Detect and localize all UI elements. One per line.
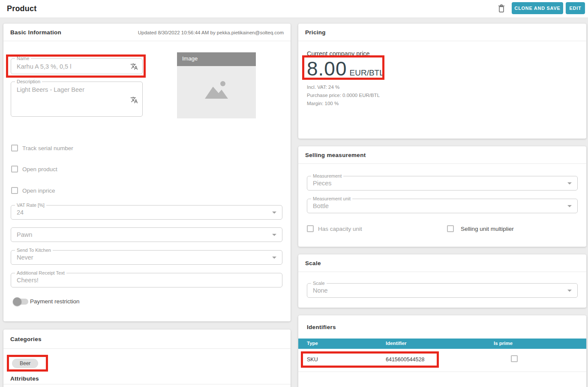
payment-restriction-toggle[interactable] xyxy=(14,299,28,305)
scale-title: Scale xyxy=(305,260,321,266)
payment-restriction-label: Payment restriction xyxy=(30,298,80,305)
open-inprice-label: Open inprice xyxy=(22,187,55,194)
measurement-select[interactable]: Measurement Pieces xyxy=(307,176,578,190)
translate-icon[interactable] xyxy=(130,63,138,70)
chevron-down-icon xyxy=(567,205,572,207)
chevron-down-icon xyxy=(567,182,572,184)
top-bar: Product CLONE AND SAVE EDIT xyxy=(0,0,588,18)
divider xyxy=(298,372,586,372)
name-field-label: Name xyxy=(15,56,31,61)
column-header-is-prime: Is prime xyxy=(494,341,513,346)
price-unit: EUR/BTL xyxy=(350,68,384,78)
divider xyxy=(3,384,291,384)
identifiers-title: Identifiers xyxy=(307,324,336,330)
edit-button[interactable]: EDIT xyxy=(566,2,585,14)
name-field[interactable]: Name Karhu A 5,3 %, 0,5 l xyxy=(11,58,143,74)
vat-rate-label: VAT Rate [%] xyxy=(15,203,46,208)
identifiers-table-header: Type Identifier Is prime xyxy=(298,339,586,349)
categories-card: Categories Beer Attributes xyxy=(3,330,291,387)
identifiers-card: Identifiers Type Identifier Is prime SKU… xyxy=(298,315,586,387)
additional-receipt-text-value: Cheers! xyxy=(17,277,39,284)
send-to-kitchen-select[interactable]: Send To Kitchen Never xyxy=(11,250,282,265)
incl-vat-text: Incl. VAT: 24 % xyxy=(307,85,339,90)
delete-button[interactable] xyxy=(496,4,507,14)
identifier-type-cell: SKU xyxy=(307,357,318,363)
description-field-value: Light Beers - Lager Beer xyxy=(17,86,84,93)
image-placeholder-icon xyxy=(201,78,231,103)
categories-title: Categories xyxy=(10,336,42,342)
measurement-unit-value: Bottle xyxy=(313,203,329,209)
description-field[interactable]: Description Light Beers - Lager Beer xyxy=(11,82,143,117)
scale-field-value: None xyxy=(313,287,328,294)
chevron-down-icon xyxy=(272,234,276,236)
measurement-value: Pieces xyxy=(313,180,332,187)
additional-receipt-text-label: Additional Receipt Text xyxy=(15,270,66,275)
basic-information-card: Basic Information Updated 8/30/2022 10:5… xyxy=(3,24,291,321)
clone-and-save-button[interactable]: CLONE AND SAVE xyxy=(512,2,563,14)
selling-measurement-title: Selling measurement xyxy=(305,152,366,158)
pricing-header: Pricing xyxy=(298,24,586,41)
is-prime-checkbox[interactable] xyxy=(511,355,518,362)
toggle-thumb xyxy=(13,297,21,306)
send-to-kitchen-label: Send To Kitchen xyxy=(15,248,53,253)
measurement-unit-label: Measurement unit xyxy=(311,196,352,201)
column-header-identifier: Identifier xyxy=(386,341,407,346)
purchase-price-text: Purchase price: 0.0000 EUR/BTL xyxy=(307,93,380,98)
name-field-value: Karhu A 5,3 %, 0,5 l xyxy=(17,63,71,70)
has-capacity-unit-checkbox[interactable] xyxy=(307,225,314,232)
pricing-card: Pricing Current company price 8.00 EUR/B… xyxy=(298,24,586,139)
attributes-title: Attributes xyxy=(10,375,39,382)
chevron-down-icon xyxy=(272,212,276,214)
margin-text: Margin: 100 % xyxy=(307,101,339,106)
divider xyxy=(3,348,291,349)
pawn-value: Pawn xyxy=(17,231,32,238)
scale-select[interactable]: Scale None xyxy=(307,283,578,298)
basic-information-title: Basic Information xyxy=(10,29,61,36)
open-product-checkbox[interactable] xyxy=(11,166,18,172)
trash-icon xyxy=(497,8,506,15)
image-panel-header: Image xyxy=(177,52,256,66)
current-company-price-label: Current company price xyxy=(307,50,370,57)
selling-measurement-header: Selling measurement xyxy=(298,146,586,164)
identifier-value-cell: 6415600544528 xyxy=(386,357,424,363)
description-field-label: Description xyxy=(15,79,42,84)
translate-icon[interactable] xyxy=(130,96,138,104)
updated-text: Updated 8/30/2022 10:56:44 AM by pekka.p… xyxy=(138,30,284,35)
selling-unit-multiplier-label: Selling unit multiplier xyxy=(461,226,514,232)
price-value: 8.00 xyxy=(307,59,347,79)
image-panel[interactable]: Image xyxy=(177,52,256,118)
track-serial-number-checkbox[interactable] xyxy=(11,145,18,151)
current-price: 8.00 EUR/BTL xyxy=(307,59,384,79)
open-inprice-checkbox[interactable] xyxy=(11,187,18,194)
vat-rate-value: 24 xyxy=(17,209,24,216)
scale-field-label: Scale xyxy=(311,281,327,286)
track-serial-number-label: Track serial number xyxy=(22,145,73,151)
scale-header: Scale xyxy=(298,254,586,272)
pawn-select[interactable]: Pawn xyxy=(11,227,282,242)
column-header-type: Type xyxy=(307,341,318,346)
open-product-label: Open product xyxy=(22,166,57,172)
scale-card: Scale Scale None xyxy=(298,254,586,308)
chevron-down-icon xyxy=(272,257,276,259)
category-chip-beer[interactable]: Beer xyxy=(12,359,38,368)
basic-information-header: Basic Information Updated 8/30/2022 10:5… xyxy=(3,24,291,41)
selling-unit-multiplier-checkbox[interactable] xyxy=(447,225,454,232)
has-capacity-unit-label: Has capacity unit xyxy=(318,226,362,232)
additional-receipt-text-field[interactable]: Additional Receipt Text Cheers! xyxy=(11,273,282,287)
vat-rate-select[interactable]: VAT Rate [%] 24 xyxy=(11,205,282,220)
measurement-label: Measurement xyxy=(311,173,343,178)
send-to-kitchen-value: Never xyxy=(17,254,33,261)
image-panel-title: Image xyxy=(182,55,198,62)
page-title: Product xyxy=(7,4,36,13)
selling-measurement-card: Selling measurement Measurement Pieces M… xyxy=(298,146,586,247)
measurement-unit-select[interactable]: Measurement unit Bottle xyxy=(307,199,578,213)
chevron-down-icon xyxy=(567,290,572,292)
pricing-title: Pricing xyxy=(305,29,326,36)
